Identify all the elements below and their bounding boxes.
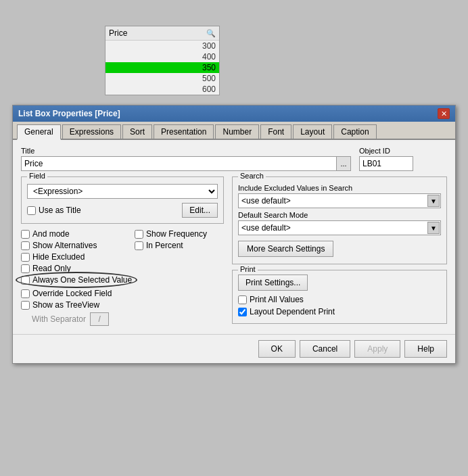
options-row-7: Show as TreeView xyxy=(21,300,224,310)
include-excluded-dropdown[interactable]: <use default> xyxy=(238,193,441,208)
edit-button[interactable]: Edit... xyxy=(182,203,218,218)
tab-number[interactable]: Number xyxy=(215,124,259,139)
title-input[interactable] xyxy=(21,156,336,171)
use-as-title-checkbox[interactable] xyxy=(27,206,36,215)
right-panel: Search Include Excluded Values in Search… xyxy=(232,176,447,326)
tab-font[interactable]: Font xyxy=(260,124,291,139)
and-mode-checkbox[interactable] xyxy=(21,230,30,239)
tab-expressions[interactable]: Expressions xyxy=(62,124,121,139)
with-separator-row: With Separator xyxy=(21,312,224,326)
show-as-treeview-row: Show as TreeView xyxy=(21,300,99,310)
hide-excluded-row: Hide Excluded xyxy=(21,252,85,262)
ok-button[interactable]: OK xyxy=(258,340,296,358)
read-only-label: Read Only xyxy=(32,264,71,273)
title-browse-button[interactable]: ... xyxy=(336,156,351,171)
options-area: And mode Show Frequency xyxy=(21,229,224,326)
price-title: Price xyxy=(109,28,127,38)
show-alternatives-col: Show Alternatives xyxy=(21,241,129,250)
print-section-label: Print xyxy=(238,265,258,273)
more-search-settings-button[interactable]: More Search Settings xyxy=(238,241,333,257)
dialog-footer: OK Cancel Apply Help xyxy=(13,334,455,363)
cancel-button[interactable]: Cancel xyxy=(300,340,350,358)
price-header: Price 🔍 xyxy=(106,26,219,41)
hide-excluded-label: Hide Excluded xyxy=(32,252,85,262)
list-item[interactable]: 500 xyxy=(106,73,219,84)
in-percent-label: In Percent xyxy=(146,241,183,250)
options-row-4: Read Only xyxy=(21,264,224,273)
search-section: Search Include Excluded Values in Search… xyxy=(232,176,447,264)
layout-dependent-print-checkbox[interactable] xyxy=(238,308,247,316)
default-mode-dropdown-wrap: <use default> ▼ xyxy=(238,220,441,235)
default-mode-dropdown[interactable]: <use default> xyxy=(238,220,441,235)
list-item[interactable]: 600 xyxy=(106,84,219,95)
hide-excluded-checkbox[interactable] xyxy=(21,253,30,262)
object-id-label: Object ID xyxy=(359,147,447,155)
content-columns: Field <Expression> Use as Title Edit... xyxy=(21,176,447,326)
use-as-title-label: Use as Title xyxy=(39,206,81,215)
tab-caption[interactable]: Caption xyxy=(333,124,376,139)
list-box-properties-dialog: List Box Properties [Price] ✕ General Ex… xyxy=(12,105,456,364)
list-item[interactable]: 300 xyxy=(106,41,219,51)
show-alternatives-checkbox[interactable] xyxy=(21,241,30,250)
print-settings-button[interactable]: Print Settings... xyxy=(238,275,308,291)
and-mode-col: And mode xyxy=(21,229,129,239)
include-excluded-label: Include Excluded Values in Search xyxy=(238,184,441,192)
list-item-selected[interactable]: 350 xyxy=(106,62,219,73)
dialog-title: List Box Properties [Price] xyxy=(18,109,120,118)
in-percent-col: In Percent xyxy=(135,241,183,250)
in-percent-checkbox[interactable] xyxy=(135,241,143,250)
show-as-treeview-label: Show as TreeView xyxy=(32,300,99,310)
use-as-title-row: Use as Title Edit... xyxy=(27,203,218,218)
show-alternatives-row: Show Alternatives xyxy=(21,241,129,250)
default-mode-label: Default Search Mode xyxy=(238,211,441,219)
always-one-selected-label: Always One Selected Value xyxy=(32,275,132,285)
show-alternatives-label: Show Alternatives xyxy=(32,241,97,250)
search-section-label: Search xyxy=(238,172,266,180)
with-separator-label: With Separator xyxy=(32,314,86,324)
dialog-titlebar: List Box Properties [Price] ✕ xyxy=(13,105,455,122)
print-all-values-checkbox[interactable] xyxy=(238,295,247,304)
options-row-6: Override Locked Field xyxy=(21,289,224,298)
layout-dependent-print-row: Layout Dependent Print xyxy=(238,307,441,316)
left-panel: Field <Expression> Use as Title Edit... xyxy=(21,176,224,326)
tab-layout[interactable]: Layout xyxy=(293,124,332,139)
layout-dependent-print-label: Layout Dependent Print xyxy=(250,307,335,316)
print-all-values-label: Print All Values xyxy=(250,295,304,304)
object-id-input[interactable] xyxy=(359,156,413,171)
print-all-values-row: Print All Values xyxy=(238,295,441,304)
in-percent-row: In Percent xyxy=(135,241,183,250)
list-item[interactable]: 400 xyxy=(106,51,219,62)
title-right: Object ID xyxy=(359,147,447,171)
title-input-group: ... xyxy=(21,156,351,171)
print-section: Print Print Settings... Print All Values… xyxy=(232,270,447,324)
show-frequency-label: Show Frequency xyxy=(146,229,207,239)
show-frequency-row: Show Frequency xyxy=(135,229,207,239)
use-as-title-checkbox-row: Use as Title xyxy=(27,206,81,215)
options-row-1: And mode Show Frequency xyxy=(21,229,224,239)
price-list: 300 400 350 500 600 xyxy=(106,41,219,95)
options-row-2: Show Alternatives In Percent xyxy=(21,241,224,250)
read-only-checkbox[interactable] xyxy=(21,264,30,273)
show-as-treeview-checkbox[interactable] xyxy=(21,301,30,310)
override-locked-label: Override Locked Field xyxy=(32,289,112,298)
show-frequency-checkbox[interactable] xyxy=(135,230,143,239)
tab-bar: General Expressions Sort Presentation Nu… xyxy=(13,122,455,140)
tab-general[interactable]: General xyxy=(17,124,61,140)
tab-presentation[interactable]: Presentation xyxy=(154,124,214,139)
and-mode-label: And mode xyxy=(32,229,70,239)
tab-sort[interactable]: Sort xyxy=(122,124,152,139)
separator-input[interactable] xyxy=(90,312,109,326)
always-one-selected-checkbox[interactable] xyxy=(21,276,30,285)
options-row-3: Hide Excluded xyxy=(21,252,224,262)
expression-dropdown[interactable]: <Expression> xyxy=(27,184,218,199)
options-row-5: Always One Selected Value xyxy=(21,275,224,285)
apply-button[interactable]: Apply xyxy=(354,340,400,358)
include-excluded-dropdown-wrap: <use default> ▼ xyxy=(238,193,441,208)
dialog-body: Title ... Object ID Field xyxy=(13,140,455,334)
close-button[interactable]: ✕ xyxy=(438,108,450,119)
show-frequency-col: Show Frequency xyxy=(135,229,207,239)
price-preview: Price 🔍 300 400 350 500 600 xyxy=(105,26,220,95)
title-label: Title xyxy=(21,147,351,155)
override-locked-checkbox[interactable] xyxy=(21,289,30,298)
help-button[interactable]: Help xyxy=(404,340,447,358)
